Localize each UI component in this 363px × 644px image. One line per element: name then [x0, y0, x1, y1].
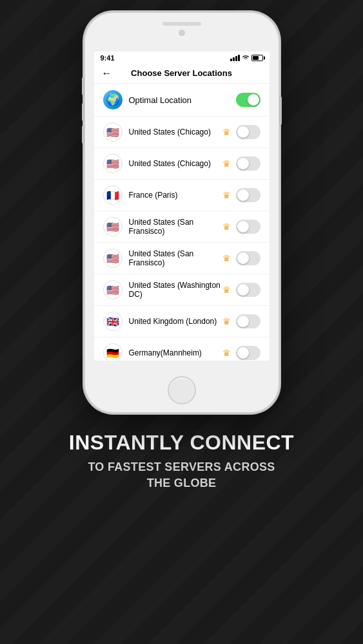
back-button[interactable]: ← [102, 68, 112, 79]
signal-bar-1 [230, 59, 232, 61]
server-toggle[interactable] [236, 346, 260, 360]
subtext-line2: THE GLOBE [147, 477, 217, 489]
server-toggle[interactable] [236, 251, 260, 265]
crown-icon: ♛ [222, 253, 231, 263]
home-button[interactable] [168, 376, 196, 404]
server-row: 🇺🇸 United States (San Fransisco) ♛ [94, 211, 270, 243]
flag-icon: 🇺🇸 [103, 217, 123, 236]
server-toggle[interactable] [236, 314, 260, 328]
flag-icon: 🇺🇸 [103, 249, 123, 268]
bottom-text: INSTANTLY CONNECT TO FASTEST SERVERS ACR… [50, 431, 313, 492]
toggle-thumb [237, 158, 249, 169]
headline: INSTANTLY CONNECT [69, 431, 294, 454]
server-name: United States (San Fransisco) [129, 218, 222, 236]
phone-camera [179, 30, 185, 36]
toggle-thumb [248, 94, 259, 106]
server-row: 🇺🇸 United States (San Fransisco) ♛ [94, 243, 270, 274]
flag-icon: 🇺🇸 [103, 280, 123, 299]
toggle-thumb [237, 221, 249, 232]
server-row: 🇩🇪 Germany(Mannheim) ♛ [94, 337, 270, 361]
server-list[interactable]: 🌍 Optimal Location 🇺🇸 United States (Chi… [94, 84, 270, 361]
crown-icon: ♛ [222, 158, 231, 169]
server-name: United States (Chicago) [129, 128, 222, 137]
server-name: France (Paris) [129, 191, 222, 200]
server-name: United States (Washington DC) [129, 281, 222, 299]
signal-bars [230, 55, 240, 61]
subtext: TO FASTEST SERVERS ACROSS THE GLOBE [69, 459, 294, 491]
flag-icon: 🇬🇧 [103, 312, 123, 331]
server-row: 🇺🇸 United States (Chicago) ♛ [94, 117, 270, 148]
server-toggle[interactable] [236, 283, 260, 297]
phone-top [85, 13, 279, 36]
subtext-line1: TO FASTEST SERVERS ACROSS [88, 460, 275, 473]
toggle-thumb [237, 284, 249, 296]
flag-icon: 🇺🇸 [103, 122, 123, 142]
server-row: 🇫🇷 France (Paris) ♛ [94, 180, 270, 211]
toggle-thumb [237, 347, 249, 359]
flag-icon: 🇺🇸 [103, 154, 123, 173]
server-name: United States (Chicago) [129, 159, 222, 168]
battery-icon [251, 55, 263, 61]
signal-bar-2 [233, 57, 235, 61]
crown-icon: ♛ [222, 190, 231, 200]
server-row: 🇺🇸 United States (Chicago) ♛ [94, 148, 270, 180]
status-bar: 9:41 [94, 52, 270, 63]
server-name: United States (San Fransisco) [129, 249, 222, 267]
crown-icon: ♛ [222, 348, 231, 358]
toggle-thumb [237, 252, 249, 264]
server-toggle[interactable] [236, 220, 260, 234]
signal-bar-3 [235, 56, 237, 61]
signal-bar-4 [238, 55, 240, 61]
server-toggle[interactable] [236, 188, 260, 202]
server-name: Germany(Mannheim) [129, 348, 222, 357]
toggle-thumb [237, 189, 249, 201]
server-row: 🇬🇧 United Kingdom (London) ♛ [94, 306, 270, 337]
optimal-toggle[interactable] [236, 93, 260, 107]
nav-bar: ← Choose Server Locations [94, 63, 270, 84]
server-name: United Kingdom (London) [129, 317, 222, 326]
server-rows-container: 🇺🇸 United States (Chicago) ♛ 🇺🇸 United S… [94, 117, 270, 361]
phone-screen: 9:41 [94, 52, 270, 361]
toggle-thumb [237, 316, 249, 327]
battery-fill [253, 56, 259, 60]
server-toggle[interactable] [236, 156, 260, 171]
crown-icon: ♛ [222, 285, 231, 295]
globe-icon: 🌍 [103, 90, 123, 109]
optimal-row: 🌍 Optimal Location [94, 84, 270, 117]
server-toggle[interactable] [236, 125, 260, 139]
crown-icon: ♛ [222, 127, 231, 137]
phone-shell: 9:41 [85, 13, 279, 412]
optimal-label: Optimal Location [129, 95, 236, 105]
crown-icon: ♛ [222, 222, 231, 232]
status-time: 9:41 [101, 54, 115, 62]
wifi-icon [242, 54, 250, 62]
nav-title: Choose Server Locations [131, 68, 232, 78]
server-row: 🇺🇸 United States (Washington DC) ♛ [94, 274, 270, 306]
phone-speaker [162, 22, 201, 26]
status-icons [230, 54, 263, 62]
flag-icon: 🇫🇷 [103, 185, 123, 205]
crown-icon: ♛ [222, 316, 231, 327]
toggle-thumb [237, 126, 249, 138]
flag-icon: 🇩🇪 [103, 343, 123, 361]
phone-device: 9:41 [85, 13, 279, 412]
